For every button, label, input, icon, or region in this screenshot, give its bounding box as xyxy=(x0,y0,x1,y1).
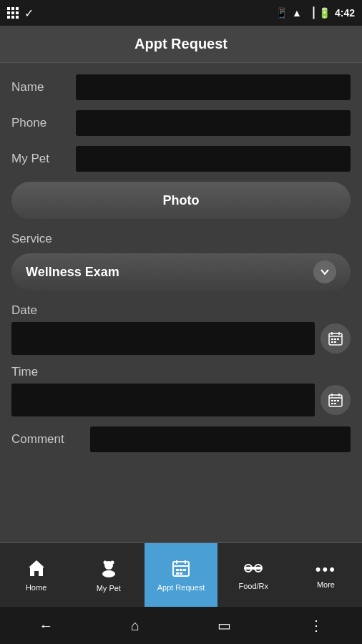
nav-more-label: More xyxy=(317,580,335,589)
recent-apps-button[interactable]: ▭ xyxy=(203,611,245,640)
service-value: Wellness Exam xyxy=(26,265,119,280)
nav-apptrequest[interactable]: Appt Request xyxy=(145,543,217,607)
time-display: 4:42 xyxy=(335,7,355,19)
time-input[interactable] xyxy=(11,384,315,416)
time-label: Time xyxy=(11,365,351,379)
signal-icon: ▕ xyxy=(306,7,314,19)
system-nav: ← ⌂ ▭ ⋮ xyxy=(0,607,362,644)
comment-label: Comment xyxy=(11,432,90,447)
time-row: Time xyxy=(11,365,351,416)
main-content: Name Phone My Pet Photo Service Wellness… xyxy=(0,63,362,542)
status-bar-left: ✓ xyxy=(7,6,34,20)
date-row: Date xyxy=(11,303,351,355)
svg-point-20 xyxy=(103,560,107,564)
svg-rect-13 xyxy=(331,400,333,401)
svg-rect-5 xyxy=(334,338,336,340)
service-dropdown[interactable]: Wellness Exam xyxy=(11,253,351,291)
more-icon: ••• xyxy=(315,562,336,577)
page-title: Appt Request xyxy=(134,36,228,52)
status-bar-right: 📱 ▲ ▕ 🔋 4:42 xyxy=(275,7,355,19)
phone-input[interactable] xyxy=(76,110,351,136)
nav-apptrequest-label: Appt Request xyxy=(157,583,205,592)
wifi-icon: ▲ xyxy=(292,7,302,19)
svg-rect-4 xyxy=(331,338,333,340)
calendar-icon xyxy=(328,331,343,346)
mypet-label: My Pet xyxy=(11,152,76,166)
comment-input[interactable] xyxy=(90,426,351,452)
time-calendar-button[interactable] xyxy=(321,385,351,415)
nav-foodrx[interactable]: Food/Rx xyxy=(217,543,290,607)
nav-home-label: Home xyxy=(26,583,47,592)
mypet-row: My Pet xyxy=(11,146,351,172)
svg-point-21 xyxy=(110,560,114,564)
svg-point-19 xyxy=(102,570,115,577)
mypet-input[interactable] xyxy=(76,146,351,172)
svg-rect-29 xyxy=(176,572,179,575)
nav-mypet-label: My Pet xyxy=(97,584,121,592)
status-bar: ✓ 📱 ▲ ▕ 🔋 4:42 xyxy=(0,0,362,26)
home-icon xyxy=(27,559,46,580)
home-system-button[interactable]: ⌂ xyxy=(117,612,154,640)
svg-rect-30 xyxy=(180,572,182,575)
date-input-row xyxy=(11,322,351,355)
nav-more[interactable]: ••• More xyxy=(290,543,362,607)
back-button[interactable]: ← xyxy=(24,612,67,640)
appt-icon xyxy=(172,559,190,580)
name-row: Name xyxy=(11,74,351,100)
check-icon: ✓ xyxy=(24,6,34,20)
date-input[interactable] xyxy=(11,322,315,355)
svg-rect-6 xyxy=(337,338,339,340)
svg-rect-28 xyxy=(183,569,186,571)
bottom-nav: Home My Pet A xyxy=(0,542,362,607)
photo-button[interactable]: Photo xyxy=(11,182,351,219)
chevron-down-icon xyxy=(313,260,336,283)
svg-rect-8 xyxy=(334,341,336,343)
svg-rect-16 xyxy=(331,403,333,404)
comment-row: Comment xyxy=(11,426,351,452)
more-system-button[interactable]: ⋮ xyxy=(295,611,338,640)
app-header: Appt Request xyxy=(0,26,362,63)
name-label: Name xyxy=(11,80,76,94)
time-calendar-icon xyxy=(328,393,343,407)
date-label: Date xyxy=(11,303,351,318)
date-calendar-button[interactable] xyxy=(321,323,351,353)
nav-mypet[interactable]: My Pet xyxy=(72,543,145,607)
svg-rect-7 xyxy=(331,341,333,343)
food-icon xyxy=(243,560,263,579)
phone-row: Phone xyxy=(11,110,351,136)
time-input-row xyxy=(11,384,351,416)
name-input[interactable] xyxy=(76,74,351,100)
phone-icon: 📱 xyxy=(275,7,288,19)
battery-icon: 🔋 xyxy=(318,7,331,19)
svg-rect-14 xyxy=(334,400,336,401)
svg-rect-31 xyxy=(245,567,262,570)
mypet-icon xyxy=(99,558,119,581)
svg-rect-15 xyxy=(337,400,339,401)
phone-label: Phone xyxy=(11,116,76,130)
service-label: Service xyxy=(11,232,351,246)
svg-rect-27 xyxy=(180,569,182,571)
svg-rect-17 xyxy=(334,403,336,404)
grid-icon xyxy=(7,7,19,19)
nav-foodrx-label: Food/Rx xyxy=(238,582,268,590)
nav-home[interactable]: Home xyxy=(0,543,72,607)
svg-rect-26 xyxy=(176,569,179,571)
